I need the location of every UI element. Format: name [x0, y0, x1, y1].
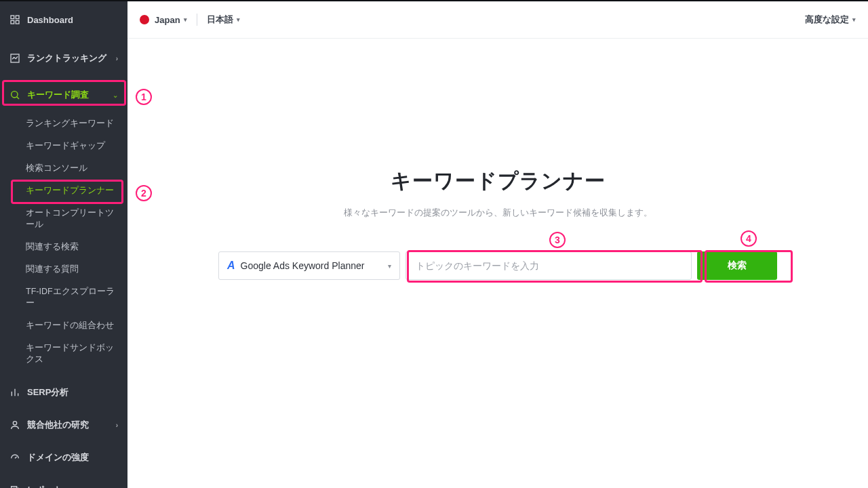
sidebar-item-label: ランクトラッキング: [27, 52, 106, 64]
sidebar-sub-label: ランキングキーワード: [26, 119, 114, 128]
sidebar-sub-label: 検索コンソール: [26, 163, 87, 173]
annotation-circle-3: 3: [549, 232, 566, 248]
chevron-down-icon: ⌄: [113, 92, 118, 99]
svg-rect-2: [11, 20, 14, 24]
sidebar-sub-keyword-sandbox[interactable]: キーワードサンドボックス: [0, 337, 127, 371]
sidebar-item-keyword-research[interactable]: キーワード調査 ⌄: [0, 81, 127, 108]
chart-line-icon: [9, 53, 20, 64]
chevron-right-icon: ›: [116, 422, 118, 429]
chevron-down-icon: ▾: [388, 262, 391, 270]
sidebar-item-label: 競合他社の研究: [27, 419, 89, 431]
sidebar-sub-tfidf-explorer[interactable]: TF-IDFエクスプローラー: [0, 281, 127, 314]
sidebar-sub-label: 関連する検索: [26, 242, 79, 251]
sidebar-sub-keyword-planner[interactable]: キーワードプランナー: [0, 180, 127, 202]
sidebar-sub-ranking-keywords[interactable]: ランキングキーワード: [0, 113, 127, 135]
tool-select[interactable]: A Google Ads Keyword Planner ▾: [218, 251, 400, 280]
sidebar-item-label: Dashboard: [27, 15, 73, 25]
sidebar-item-label: キーワード調査: [27, 89, 89, 101]
svg-rect-1: [16, 16, 19, 19]
svg-rect-0: [11, 16, 14, 19]
sidebar-item-reports[interactable]: レポート: [0, 476, 127, 488]
svg-line-6: [17, 97, 19, 99]
svg-point-5: [12, 92, 18, 98]
language-select[interactable]: 日本語 ▾: [207, 14, 240, 26]
language-label: 日本語: [207, 14, 233, 26]
sidebar-item-competitor-research[interactable]: 競合他社の研究 ›: [0, 411, 127, 439]
sidebar-sub-label: キーワードプランナー: [26, 186, 114, 195]
sidebar-sub-list: ランキングキーワード キーワードギャップ 検索コンソール キーワードプランナー …: [0, 113, 127, 371]
search-icon: [9, 89, 20, 100]
sidebar-item-label: ドメインの強度: [27, 451, 89, 464]
google-ads-icon: A: [227, 260, 235, 272]
annotation-circle-4: 4: [741, 230, 757, 247]
content: キーワードプランナー 様々なキーワードの提案のツールから、新しいキーワード候補を…: [127, 39, 868, 488]
svg-line-11: [15, 457, 17, 459]
main-area: Japan ▾ 日本語 ▾ 高度な設定 ▾ キーワードプランナー 様々なキーワー…: [127, 0, 868, 488]
sidebar-sub-label: TF-IDFエクスプローラー: [26, 287, 115, 308]
country-select[interactable]: Japan ▾: [155, 15, 187, 25]
annotation-circle-1: 1: [136, 89, 152, 105]
topbar: Japan ▾ 日本語 ▾ 高度な設定 ▾: [127, 1, 868, 39]
sidebar: Dashboard ランクトラッキング › キーワード調査 ⌄ ランキングキーワ…: [0, 0, 127, 488]
sidebar-sub-label: キーワードサンドボックス: [26, 343, 114, 364]
sidebar-sub-related-questions[interactable]: 関連する質問: [0, 258, 127, 281]
sidebar-sub-label: キーワードギャップ: [26, 141, 105, 150]
advanced-label: 高度な設定: [805, 14, 849, 26]
annotation-circle-2: 2: [136, 185, 152, 201]
flag-japan-icon: [140, 15, 149, 24]
country-label: Japan: [155, 15, 180, 25]
sidebar-item-label: SERP分析: [27, 386, 68, 399]
sidebar-item-serp-analysis[interactable]: SERP分析: [0, 379, 127, 406]
person-icon: [9, 420, 20, 430]
gauge-icon: [9, 452, 20, 463]
divider: [197, 14, 197, 26]
sidebar-item-rank-tracking[interactable]: ランクトラッキング ›: [0, 45, 127, 72]
search-row: A Google Ads Keyword Planner ▾ 検索: [127, 251, 868, 280]
bar-chart-icon: [9, 387, 20, 398]
sidebar-item-domain-strength[interactable]: ドメインの強度: [0, 444, 127, 471]
chevron-down-icon: ▾: [237, 16, 240, 23]
svg-point-10: [13, 422, 16, 425]
page-title: キーワードプランナー: [127, 167, 868, 195]
sidebar-item-label: レポート: [27, 484, 62, 488]
chevron-down-icon: ▾: [184, 16, 187, 23]
sidebar-sub-label: オートコンプリートツール: [26, 208, 114, 229]
sidebar-sub-related-searches[interactable]: 関連する検索: [0, 236, 127, 258]
sidebar-item-dashboard[interactable]: Dashboard: [0, 7, 127, 33]
page-subtitle: 様々なキーワードの提案のツールから、新しいキーワード候補を収集します。: [127, 207, 868, 219]
grid-icon: [9, 14, 20, 25]
tool-select-label: Google Ads Keyword Planner: [241, 260, 365, 271]
sidebar-sub-search-console[interactable]: 検索コンソール: [0, 157, 127, 180]
sidebar-sub-keyword-combinations[interactable]: キーワードの組合わせ: [0, 314, 127, 337]
search-button[interactable]: 検索: [697, 251, 777, 280]
chevron-right-icon: ›: [116, 55, 118, 62]
chevron-down-icon: ▾: [852, 16, 856, 23]
keyword-input[interactable]: [406, 251, 692, 280]
svg-rect-3: [16, 20, 19, 24]
sidebar-sub-label: キーワードの組合わせ: [26, 321, 114, 330]
copy-icon: [9, 485, 20, 488]
sidebar-sub-autocomplete-tool[interactable]: オートコンプリートツール: [0, 202, 127, 236]
advanced-settings[interactable]: 高度な設定 ▾: [805, 14, 856, 26]
sidebar-sub-label: 関連する質問: [26, 264, 79, 274]
sidebar-sub-keyword-gap[interactable]: キーワードギャップ: [0, 135, 127, 157]
